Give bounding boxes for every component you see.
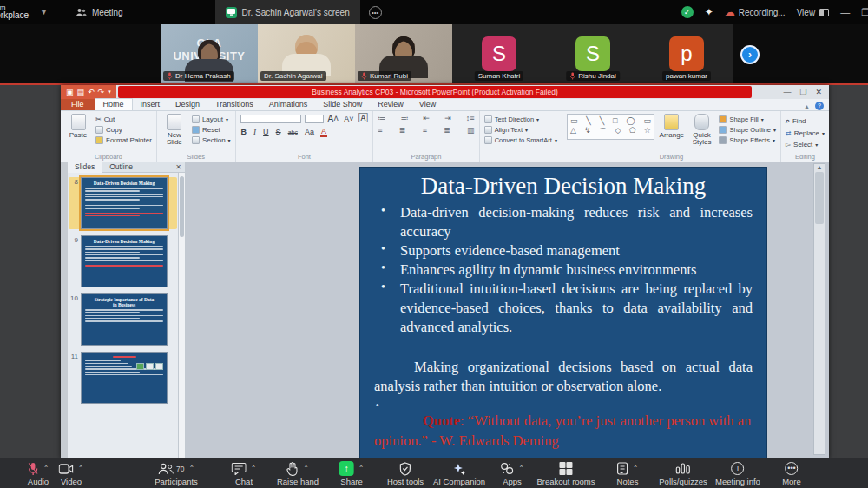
clear-formatting-icon[interactable]: 🄰	[358, 114, 368, 123]
line-spacing-icon[interactable]: ↕≡	[466, 114, 475, 122]
ribbon-tab-slideshow[interactable]: Slide Show	[315, 99, 370, 110]
panel-close-icon[interactable]: ✕	[175, 163, 185, 171]
numbering-icon[interactable]: ≕	[400, 114, 408, 122]
breakout-rooms-button[interactable]: Breakout rooms	[536, 461, 595, 486]
apps-button[interactable]: ⌃ Apps	[500, 461, 524, 486]
cut-button[interactable]: ✂Cut	[95, 115, 152, 123]
shrink-font-icon[interactable]: A˅	[343, 115, 354, 123]
video-chevron-icon[interactable]: ⌃	[78, 465, 84, 472]
align-left-icon[interactable]: ≡	[378, 126, 382, 135]
ribbon-tab-file[interactable]: File	[61, 99, 95, 110]
ribbon-collapse-icon[interactable]: ▲	[804, 103, 810, 109]
new-slide-button[interactable]: New Slide	[161, 114, 187, 152]
avatar-tile-suman[interactable]: S Suman Khatri	[452, 24, 546, 83]
chat-button[interactable]: ⌃ Chat	[232, 461, 257, 486]
chat-chevron-icon[interactable]: ⌃	[251, 465, 257, 472]
thumbnail-slide-11[interactable]: 11	[69, 352, 177, 404]
ribbon-tab-home[interactable]: Home	[95, 98, 133, 110]
shape-effects-button[interactable]: Shape Effects▾	[719, 136, 776, 144]
font-size-box[interactable]	[305, 115, 324, 123]
audio-chevron-icon[interactable]: ⌃	[43, 465, 49, 472]
font-color-button[interactable]: A	[320, 127, 327, 137]
text-direction-button[interactable]: Text Direction▾	[484, 115, 557, 123]
align-right-icon[interactable]: ≡	[423, 126, 427, 135]
video-tile-sachin[interactable]: Dr. Sachin Agarwal	[258, 24, 355, 83]
thumbnail-slide-9[interactable]: 9 Data-Driven Decision Making	[69, 235, 177, 287]
section-button[interactable]: Section▾	[192, 136, 231, 144]
align-center-icon[interactable]: ≣	[399, 126, 406, 135]
host-tools-button[interactable]: Host tools	[387, 461, 424, 486]
ribbon-tab-review[interactable]: Review	[370, 99, 411, 110]
notes-button[interactable]: ⌃ Notes	[617, 461, 639, 486]
ai-sparkle-icon[interactable]: ✦	[705, 6, 713, 18]
justify-icon[interactable]: ≣	[444, 126, 450, 135]
chevron-down-icon[interactable]: ▼	[40, 8, 48, 16]
raise-hand-chevron-icon[interactable]: ⌃	[303, 465, 309, 472]
indent-decrease-icon[interactable]: ⇤	[424, 114, 431, 122]
smartart-button[interactable]: Convert to SmartArt▾	[484, 136, 557, 144]
ribbon-tab-insert[interactable]: Insert	[133, 99, 168, 110]
avatar-tile-pawan[interactable]: p pawan kumar	[640, 24, 733, 83]
slide-scrollbar[interactable]: ▲	[813, 163, 825, 455]
replace-button[interactable]: ⇄Replace▾	[786, 129, 825, 137]
italic-button[interactable]: I	[253, 128, 257, 136]
ribbon-tab-animations[interactable]: Animations	[261, 99, 316, 110]
current-slide[interactable]: Data-Driven Decision Making Data-driven …	[359, 167, 767, 458]
share-button[interactable]: ↑ ⌃ Share	[339, 461, 365, 486]
polls-button[interactable]: Polls/quizzes	[659, 461, 707, 486]
bold-button[interactable]: B	[240, 128, 248, 136]
indent-increase-icon[interactable]: ⇥	[444, 114, 451, 122]
thumbnail-slide-10[interactable]: 10 Strategic Importance of Data in Busin…	[69, 293, 177, 346]
paste-button[interactable]: Paste	[65, 114, 91, 152]
shape-fill-button[interactable]: Shape Fill▾	[719, 115, 776, 123]
share-chevron-icon[interactable]: ⌃	[358, 465, 365, 472]
align-text-button[interactable]: Align Text▾	[484, 126, 557, 134]
format-painter-button[interactable]: Format Painter	[95, 136, 152, 144]
qat-dropdown-icon[interactable]: ▾	[108, 89, 111, 96]
ribbon-tab-transitions[interactable]: Transitions	[207, 99, 261, 110]
maximize-icon[interactable]: ❐	[861, 7, 868, 18]
more-button[interactable]: ••• More	[782, 461, 801, 486]
raise-hand-button[interactable]: ⌃ Raise hand	[277, 461, 319, 486]
change-case-button[interactable]: Aa	[304, 128, 315, 136]
ribbon-tab-design[interactable]: Design	[168, 99, 207, 110]
arrange-button[interactable]: Arrange	[659, 114, 685, 152]
audio-button[interactable]: ⌃ Audio	[28, 461, 49, 486]
find-button[interactable]: ⌕Find	[786, 116, 825, 126]
tab-more-icon[interactable]: •••	[369, 6, 382, 19]
help-icon[interactable]: ?	[815, 102, 824, 110]
shapes-gallery[interactable]: ▭╲╲□◯▭ △↯⌒◇⬠☆	[567, 114, 654, 140]
underline-button[interactable]: U	[262, 128, 270, 136]
next-participants-arrow[interactable]: ›	[740, 45, 760, 64]
undo-icon[interactable]: ↶	[88, 88, 95, 96]
thumbnail-slide-8[interactable]: 8 Data-Driven Decision Making	[69, 177, 177, 229]
ppt-minimize-icon[interactable]: —	[783, 88, 791, 96]
ribbon-tab-view[interactable]: View	[411, 99, 444, 110]
participants-button[interactable]: 70 ⌃ Participants	[155, 461, 198, 486]
apps-chevron-icon[interactable]: ⌃	[518, 465, 524, 472]
select-button[interactable]: ▻Select▾	[786, 141, 825, 148]
bullets-icon[interactable]: ≔	[378, 114, 385, 122]
tab-screen-share[interactable]: Dr. Sachin Agarwal's screen	[215, 0, 360, 24]
tab-outline[interactable]: Outline	[102, 162, 140, 173]
panel-scrollbar[interactable]	[178, 173, 185, 458]
ppt-close-icon[interactable]: ✕	[815, 88, 822, 96]
minimize-icon[interactable]: —	[840, 7, 850, 17]
avatar-tile-rishu[interactable]: S Rishu Jindal	[546, 24, 640, 83]
video-tile-rubi[interactable]: Kumari Rubi	[355, 24, 452, 83]
save-icon[interactable]: ▤	[77, 88, 85, 96]
video-button[interactable]: ⌃ Video	[59, 461, 84, 486]
security-shield-icon[interactable]: ✓	[681, 6, 694, 18]
grow-font-icon[interactable]: A˄	[327, 114, 340, 123]
reset-button[interactable]: Reset	[192, 126, 231, 134]
quick-styles-button[interactable]: Quick Styles	[689, 114, 715, 152]
shape-outline-button[interactable]: Shape Outline▾	[719, 126, 776, 134]
font-name-box[interactable]	[240, 115, 301, 123]
participants-chevron-icon[interactable]: ⌃	[188, 465, 194, 472]
ai-companion-button[interactable]: AI Companion	[433, 461, 485, 486]
redo-icon[interactable]: ↷	[98, 88, 105, 96]
strikethrough-button[interactable]: S	[275, 128, 282, 136]
columns-icon[interactable]: ▥	[467, 126, 475, 135]
layout-button[interactable]: Layout▾	[192, 115, 231, 123]
shadow-button[interactable]: abc	[287, 129, 299, 135]
